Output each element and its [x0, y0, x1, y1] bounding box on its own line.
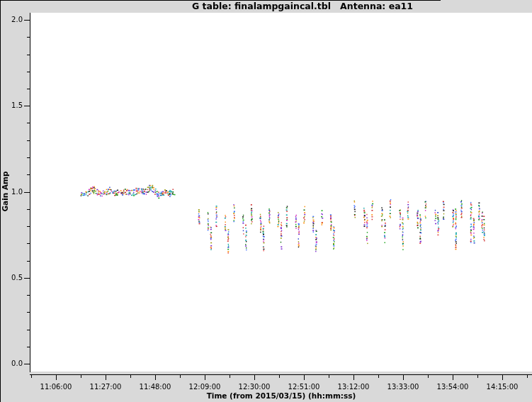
y-tick-label: 2.0 — [1, 16, 23, 24]
x-tick-label: 12:09:00 — [189, 383, 221, 391]
x-tick-label: 13:12:00 — [338, 383, 370, 391]
x-tick-label: 11:06:00 — [40, 383, 72, 391]
x-tick-label: 13:54:00 — [437, 383, 469, 391]
plot-canvas[interactable] — [0, 0, 532, 402]
y-tick-label: 1.5 — [1, 101, 23, 110]
x-tick-label: 12:30:00 — [239, 383, 271, 391]
x-axis-title: Time (from 2015/03/15) (hh:mm:ss) — [207, 391, 356, 400]
y-tick-label: 0.0 — [1, 359, 23, 368]
x-tick-label: 12:51:00 — [288, 383, 320, 391]
y-axis-title: Gain Amp — [1, 171, 9, 211]
plot-title: G table: finalampgaincal.tbl Antenna: ea… — [192, 1, 413, 11]
x-tick-label: 13:33:00 — [387, 383, 419, 391]
plotcal-window: G table: finalampgaincal.tbl Antenna: ea… — [0, 0, 532, 402]
x-tick-label: 14:15:00 — [487, 383, 519, 391]
y-tick-label: 0.5 — [1, 274, 23, 282]
x-tick-label: 11:27:00 — [90, 383, 122, 391]
x-tick-label: 11:48:00 — [140, 383, 171, 391]
